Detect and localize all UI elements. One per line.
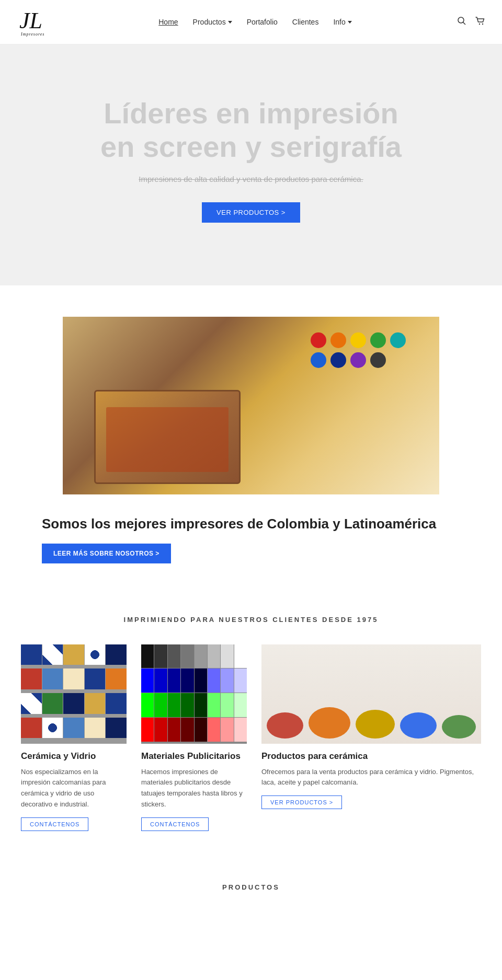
nav-home[interactable]: Home bbox=[158, 18, 178, 26]
screen-print-image bbox=[63, 317, 439, 494]
chevron-down-icon bbox=[228, 21, 232, 24]
service-card-3-cta[interactable]: VER PRODUCTOS > bbox=[261, 795, 342, 809]
svg-text:Impresores: Impresores bbox=[20, 32, 44, 37]
service-card-2-cta[interactable]: CONTÁCTENOS bbox=[141, 817, 209, 831]
service-card-3-desc: Ofrecemos para la venta productos para c… bbox=[261, 767, 481, 789]
service-card-1-title: Cerámica y Vidrio bbox=[21, 751, 127, 762]
header-icons bbox=[457, 16, 485, 29]
chevron-down-icon-2 bbox=[348, 21, 352, 24]
about-cta-button[interactable]: LEER MÁS SOBRE NOSOTROS > bbox=[42, 544, 171, 563]
service-card-2-desc: Hacemos impresiones de materiales public… bbox=[141, 767, 247, 810]
svg-text:JL: JL bbox=[19, 8, 42, 33]
about-heading: Somos los mejores impresores de Colombia… bbox=[42, 515, 436, 533]
svg-line-3 bbox=[463, 22, 465, 25]
svg-point-2 bbox=[458, 17, 464, 23]
nav-productos[interactable]: Productos bbox=[193, 18, 232, 26]
cart-button[interactable] bbox=[475, 16, 485, 29]
service-card-1-cta[interactable]: CONTÁCTENOS bbox=[21, 817, 88, 831]
hero-section: Líderes en impresión en screen y serigra… bbox=[0, 44, 502, 285]
nav-portafolio[interactable]: Portafolio bbox=[247, 18, 278, 26]
services-grid: Cerámica y Vidrio Nos especializamos en … bbox=[21, 644, 481, 831]
service-card-3-title: Productos para cerámica bbox=[261, 751, 481, 762]
nav-info[interactable]: Info bbox=[333, 18, 351, 26]
about-text: Somos los mejores impresores de Colombia… bbox=[31, 515, 436, 563]
hand-screen bbox=[94, 390, 241, 484]
svg-point-4 bbox=[479, 23, 480, 24]
products-image bbox=[261, 644, 481, 744]
site-header: JL Impresores Home Productos Portafolio … bbox=[0, 0, 502, 44]
services-section: IMPRIMIENDO PARA NUESTROS CLIENTES DESDE… bbox=[0, 584, 502, 852]
service-card-1-desc: Nos especializamos en la impresión calco… bbox=[21, 767, 127, 810]
about-section: Somos los mejores impresores de Colombia… bbox=[0, 285, 502, 584]
service-card-ceramics: Cerámica y Vidrio Nos especializamos en … bbox=[21, 644, 127, 831]
products-title: PRODUCTOS bbox=[21, 883, 481, 891]
paint-dots bbox=[311, 332, 408, 370]
hero-cta-button[interactable]: VER PRODUCTOS > bbox=[202, 202, 300, 223]
cart-icon bbox=[475, 16, 485, 26]
advertising-image bbox=[141, 644, 247, 744]
service-card-2-title: Materiales Publicitarios bbox=[141, 751, 247, 762]
logo[interactable]: JL Impresores bbox=[17, 6, 53, 38]
search-button[interactable] bbox=[457, 16, 466, 28]
nav-clientes[interactable]: Clientes bbox=[292, 18, 319, 26]
hero-title: Líderes en impresión en screen y serigra… bbox=[84, 97, 418, 164]
hero-subtitle: Impresiones de alta calidad y venta de p… bbox=[21, 175, 481, 183]
search-icon bbox=[457, 16, 466, 26]
svg-point-5 bbox=[482, 23, 483, 24]
logo-icon: JL Impresores bbox=[17, 6, 53, 38]
services-title: IMPRIMIENDO PARA NUESTROS CLIENTES DESDE… bbox=[21, 616, 481, 624]
about-image bbox=[63, 317, 439, 494]
service-card-products: Productos para cerámica Ofrecemos para l… bbox=[261, 644, 481, 831]
service-card-advertising: Materiales Publicitarios Hacemos impresi… bbox=[141, 644, 247, 831]
ceramics-image bbox=[21, 644, 127, 744]
main-nav: Home Productos Portafolio Clientes Info bbox=[158, 18, 352, 26]
products-section: PRODUCTOS bbox=[0, 852, 502, 912]
